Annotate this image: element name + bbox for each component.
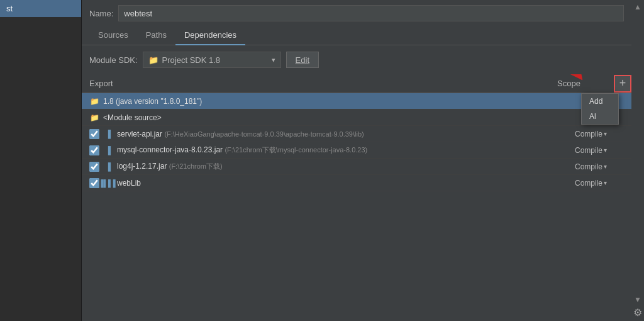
table-row[interactable]: ▐ mysql-connector-java-8.0.23.jar (F:\21… [82, 142, 631, 159]
add-dependency-button[interactable]: + [614, 75, 631, 93]
dep-name: servlet-api.jar (F:\HeXiaoGang\apache-to… [117, 130, 575, 138]
dep-name: mysql-connector-java-8.0.23.jar (F:\21ch… [117, 145, 575, 155]
table-row[interactable]: 📁 <Module source> [82, 110, 631, 126]
sdk-label: Module SDK: [89, 55, 138, 65]
name-row: Name: [82, 0, 631, 26]
dep-scope[interactable]: Compile ▾ [575, 130, 631, 138]
sidebar: st [0, 0, 82, 321]
dep-checkbox[interactable] [89, 145, 99, 155]
chevron-down-icon: ▾ [604, 147, 607, 154]
add-popup: Add Al [581, 93, 619, 125]
sidebar-item-st[interactable]: st [0, 0, 81, 17]
scroll-up-icon[interactable]: ▲ [634, 3, 641, 11]
sdk-value: Project SDK 1.8 [162, 55, 221, 65]
jar-icon: ▐ [103, 129, 113, 139]
jar-icon: ▐ [103, 145, 113, 155]
edit-button[interactable]: Edit [286, 52, 319, 68]
sdk-row: Module SDK: 📁 Project SDK 1.8 ▾ Edit [82, 45, 631, 74]
name-input[interactable] [118, 5, 624, 21]
right-panel: ▲ ▼ ⚙ [631, 0, 644, 321]
th-export: Export [89, 79, 557, 88]
jar-icon: ▐ [103, 162, 113, 172]
chevron-down-icon: ▾ [604, 179, 607, 186]
dep-checkbox[interactable] [89, 129, 99, 139]
table-row[interactable]: ▐▌▌▌ webLib Compile ▾ [82, 175, 631, 191]
table-body: 📁 1.8 (java version "1.8.0_181") 📁 <Modu… [82, 93, 631, 321]
folder-icon: 📁 [89, 113, 99, 123]
table-header: Export Scope + [82, 74, 631, 93]
dep-name: webLib [117, 179, 575, 188]
th-scope: Scope [557, 79, 614, 88]
name-label: Name: [89, 9, 113, 18]
sidebar-item-label: st [6, 4, 13, 13]
chevron-down-icon: ▾ [604, 130, 607, 137]
main-content: Name: Sources Paths Dependencies Module … [82, 0, 631, 321]
deps-container: 6 Export Scope + 📁 [82, 74, 631, 321]
sidebar-item-label2 [6, 21, 9, 30]
folder-icon: 📁 [148, 55, 158, 65]
tab-dependencies[interactable]: Dependencies [175, 26, 245, 45]
add-popup-item-add[interactable]: Add [582, 94, 618, 109]
add-popup-item-al[interactable]: Al [582, 109, 618, 124]
chevron-down-icon: ▾ [272, 56, 275, 64]
scroll-down-icon[interactable]: ▼ [634, 295, 641, 304]
dep-name: <Module source> [103, 113, 631, 122]
table-row[interactable]: ▐ servlet-api.jar (F:\HeXiaoGang\apache-… [82, 126, 631, 142]
tab-sources[interactable]: Sources [89, 26, 137, 45]
dep-name: log4j-1.2.17.jar (F:\21chrom下载) [117, 162, 575, 171]
tab-paths[interactable]: Paths [137, 26, 175, 45]
lib-icon: ▐▌▌▌ [103, 178, 113, 188]
settings-icon[interactable]: ⚙ [633, 307, 642, 318]
table-row[interactable]: 📁 1.8 (java version "1.8.0_181") [82, 93, 631, 110]
dep-scope[interactable]: Compile ▾ [575, 179, 631, 188]
sdk-select[interactable]: 📁 Project SDK 1.8 ▾ [143, 52, 281, 68]
dep-name: 1.8 (java version "1.8.0_181") [103, 97, 631, 106]
table-row[interactable]: ▐ log4j-1.2.17.jar (F:\21chrom下载) Compil… [82, 159, 631, 175]
chevron-down-icon: ▾ [604, 163, 607, 170]
dep-checkbox[interactable] [89, 162, 99, 172]
folder-icon: 📁 [89, 96, 99, 106]
sidebar-item-empty[interactable] [0, 17, 81, 34]
dep-scope[interactable]: Compile ▾ [575, 146, 631, 155]
dep-scope[interactable]: Compile ▾ [575, 162, 631, 171]
tabs: Sources Paths Dependencies [82, 26, 631, 45]
